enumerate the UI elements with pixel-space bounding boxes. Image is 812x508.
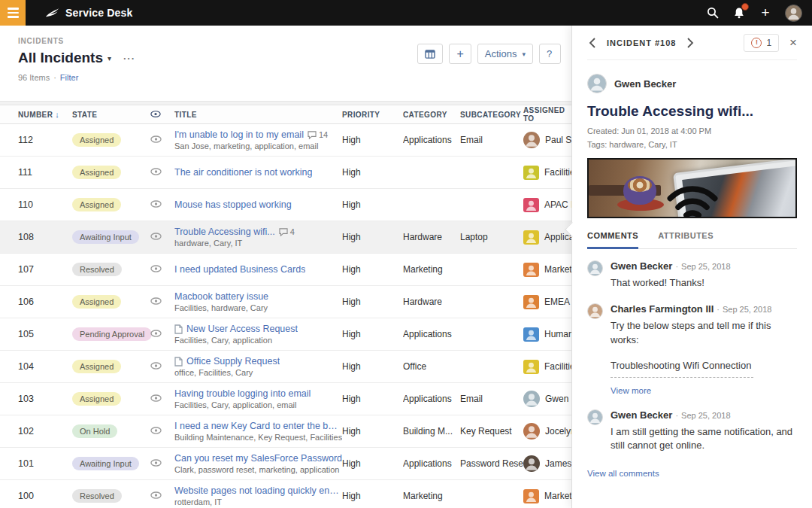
table-row[interactable]: 112 Assigned I'm unable to log in to my … xyxy=(0,124,571,157)
priority-cell: High xyxy=(342,232,403,242)
incident-title-link[interactable]: Website pages not loading quickly enough xyxy=(174,485,342,496)
incident-created: Created: Jun 01, 2018 at 4:00 PM xyxy=(587,126,797,135)
table-row[interactable]: 111 Assigned The air conditioner is not … xyxy=(0,157,571,189)
commenter-avatar xyxy=(587,409,603,425)
eye-icon[interactable] xyxy=(150,459,162,467)
solarwinds-icon xyxy=(45,8,59,19)
subcategory-cell: Password Reset xyxy=(460,458,523,469)
column-header-category[interactable]: CATEGORY xyxy=(403,111,460,119)
comment-author[interactable]: Gwen Becker xyxy=(611,260,672,272)
comment-author[interactable]: Charles Farmington III xyxy=(611,303,714,315)
tab-attributes[interactable]: ATTRIBUTES xyxy=(658,231,714,248)
assignee-cell: Gwen Becker xyxy=(523,391,571,407)
incident-tags: Building Maintenance, Key Request, Facil… xyxy=(174,433,342,442)
eye-icon[interactable] xyxy=(150,200,162,208)
table-row[interactable]: 102 On Hold I need a new Key Card to ent… xyxy=(0,415,571,448)
comment-author[interactable]: Gwen Becker xyxy=(611,409,672,421)
add-incident-button[interactable]: + xyxy=(449,44,471,64)
status-badge: Assigned xyxy=(72,360,121,373)
page-title[interactable]: All Incidents xyxy=(18,50,103,66)
subcategory-cell: Key Request xyxy=(460,426,523,437)
assignee-group-icon xyxy=(523,166,539,180)
incident-title-link[interactable]: Office Supply Request xyxy=(186,356,280,367)
alert-icon: ! xyxy=(751,38,762,48)
status-badge: Assigned xyxy=(72,295,121,309)
plus-icon: + xyxy=(456,47,463,61)
eye-icon[interactable] xyxy=(150,135,162,143)
comment-count: 14 xyxy=(308,130,328,139)
requester-avatar xyxy=(587,74,607,93)
table-row[interactable]: 104 Assigned Office Supply Request offic… xyxy=(0,351,571,383)
incident-title-link[interactable]: New User Access Request xyxy=(186,324,298,334)
table-row[interactable]: 105 Pending Approval New User Access Req… xyxy=(0,318,571,351)
column-header-number[interactable]: NUMBER↓ xyxy=(18,110,72,119)
comment-item: Gwen Becker·Sep 25, 2018 That worked! Th… xyxy=(587,260,797,291)
column-settings-button[interactable] xyxy=(417,44,443,64)
incident-title-link[interactable]: Having trouble logging into email xyxy=(174,388,311,399)
table-row[interactable]: 103 Assigned Having trouble logging into… xyxy=(0,383,571,415)
priority-cell: High xyxy=(342,329,403,339)
close-icon[interactable]: × xyxy=(789,36,797,49)
incident-title-link[interactable]: Trouble Accessing wifi... xyxy=(174,227,275,237)
document-icon xyxy=(174,357,183,367)
subcategory-cell: Email xyxy=(460,394,523,404)
requester-name[interactable]: Gwen Becker xyxy=(614,78,676,90)
status-badge: Resolved xyxy=(72,263,122,276)
user-avatar[interactable] xyxy=(785,5,802,22)
column-header-assigned-to[interactable]: ASSIGNED TO xyxy=(523,106,571,123)
detail-tabs: COMMENTS ATTRIBUTES xyxy=(587,231,797,249)
incident-nav-label: INCIDENT #108 xyxy=(607,38,676,47)
comment-item: Charles Farmington III·Sep 25, 2018 Try … xyxy=(587,303,797,397)
eye-icon[interactable] xyxy=(150,394,162,402)
comment-separator: · xyxy=(717,305,720,314)
column-header-watch[interactable] xyxy=(150,111,174,119)
incident-title-link[interactable]: Can you reset my SalesForce Password xyxy=(174,453,342,464)
table-row[interactable]: 101 Awaiting Input Can you reset my Sale… xyxy=(0,448,571,480)
prev-incident-icon[interactable] xyxy=(587,38,598,48)
eye-icon[interactable] xyxy=(150,330,162,337)
assignee-cell: Facilities xyxy=(523,360,571,374)
incident-title-link[interactable]: I'm unable to log in to my email xyxy=(174,129,304,140)
status-badge: Awaiting Input xyxy=(72,457,139,470)
hamburger-menu-button[interactable] xyxy=(0,0,26,26)
tab-comments[interactable]: COMMENTS xyxy=(587,231,638,249)
more-options-icon[interactable]: ··· xyxy=(123,53,135,64)
table-row[interactable]: 108 Awaiting Input Trouble Accessing wif… xyxy=(0,221,571,254)
actions-button[interactable]: Actions ▾ xyxy=(477,44,533,64)
chevron-down-icon[interactable]: ▾ xyxy=(108,54,111,62)
filter-link[interactable]: Filter xyxy=(60,73,78,82)
incident-title-link[interactable]: I need a new Key Card to enter the build… xyxy=(174,421,342,431)
incident-title-link[interactable]: I need updated Business Cards xyxy=(174,264,305,275)
eye-icon[interactable] xyxy=(150,427,162,434)
eye-icon[interactable] xyxy=(150,362,162,370)
assignee-name: Marketing xyxy=(544,491,571,501)
eye-icon[interactable] xyxy=(150,297,162,305)
category-cell: Hardware xyxy=(403,297,460,307)
incident-title-link[interactable]: Macbook battery issue xyxy=(174,291,268,302)
column-header-subcategory[interactable]: SUBCATEGORY xyxy=(460,111,523,119)
column-header-priority[interactable]: PRIORITY xyxy=(342,111,403,119)
incident-title-link[interactable]: The air conditioner is not working xyxy=(174,167,312,178)
search-icon[interactable] xyxy=(706,6,720,20)
next-incident-icon[interactable] xyxy=(685,38,695,48)
table-row[interactable]: 100 Resolved Website pages not loading q… xyxy=(0,480,571,508)
table-row[interactable]: 110 Assigned Mouse has stopped working H… xyxy=(0,189,571,221)
help-button[interactable]: ? xyxy=(539,44,561,64)
view-all-comments-link[interactable]: View all comments xyxy=(587,469,659,478)
column-header-state[interactable]: STATE xyxy=(72,111,150,119)
status-badge: Assigned xyxy=(72,166,121,179)
table-row[interactable]: 107 Resolved I need updated Business Car… xyxy=(0,254,571,286)
eye-icon[interactable] xyxy=(150,491,162,499)
eye-icon[interactable] xyxy=(150,168,162,175)
breadcrumb: INCIDENTS xyxy=(18,37,135,45)
alert-counter[interactable]: ! 1 xyxy=(744,34,779,52)
table-row[interactable]: 106 Assigned Macbook battery issue Facil… xyxy=(0,286,571,318)
notifications-bell-icon[interactable] xyxy=(732,6,746,20)
create-new-icon[interactable]: + xyxy=(759,5,772,19)
eye-icon[interactable] xyxy=(150,233,162,240)
column-header-title[interactable]: TITLE xyxy=(174,111,342,119)
incident-title-link[interactable]: Mouse has stopped working xyxy=(174,199,292,210)
incident-tags: San Jose, marketing, application, email xyxy=(174,141,342,151)
eye-icon[interactable] xyxy=(150,265,162,272)
view-more-link[interactable]: View more xyxy=(611,386,651,395)
